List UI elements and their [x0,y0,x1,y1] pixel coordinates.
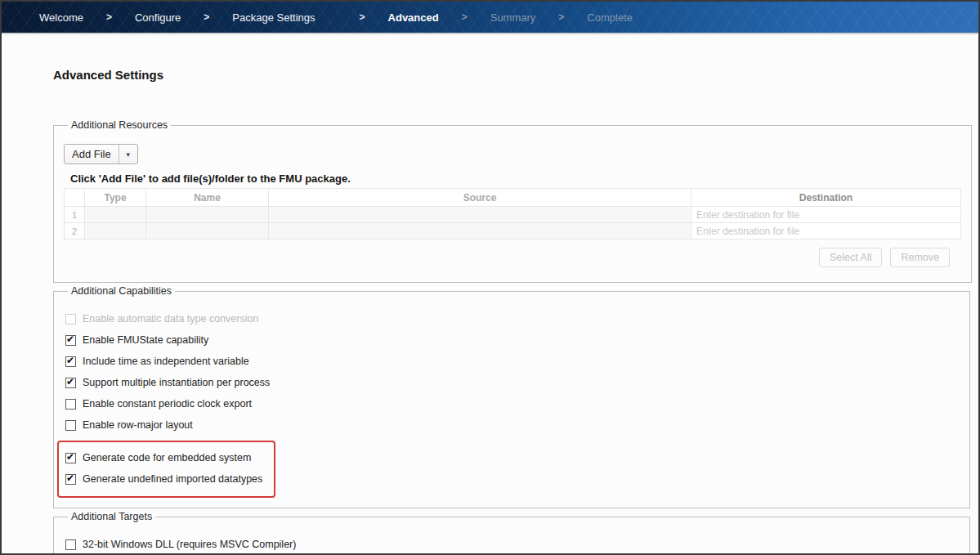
column-header-type: Type [85,189,146,207]
add-file-split-button[interactable]: Add File ▼ [64,144,138,164]
checkbox-row: Generate code for embedded system [65,452,262,463]
checkbox-auto-datatype-conversion [65,314,76,324]
breadcrumb-step-summary: Summary [490,11,536,24]
additional-targets-legend: Additional Targets [68,511,155,522]
chevron-separator-icon: > [106,11,112,23]
additional-resources-legend: Additional Resources [68,119,171,131]
checkbox-generate-embedded-code[interactable] [65,453,76,463]
row-number: 2 [65,223,85,239]
resources-table: Type Name Source Destination 1 Enter des… [64,188,961,239]
checkbox-generate-undefined-datatypes[interactable] [65,474,76,485]
checkbox-label: Enable automatic data type conversion [83,313,258,324]
checkbox-row: Support multiple instantiation per proce… [65,377,960,388]
column-header-index [65,189,85,207]
column-header-source: Source [269,189,691,207]
checkbox-row: 32-bit Windows DLL (requires MSVC Compil… [65,539,960,550]
checkbox-label: Enable constant periodic clock export [83,398,252,410]
column-header-destination: Destination [691,189,961,207]
source-cell [269,223,691,239]
checkbox-row: Enable automatic data type conversion [65,313,960,324]
chevron-separator-icon: > [360,11,365,23]
additional-capabilities-legend: Additional Capabilities [68,285,175,297]
table-row: 2 Enter destination for file [65,223,961,239]
breadcrumb-step-package-settings: Package Settings [232,11,315,24]
breadcrumb-step-welcome: Welcome [39,11,83,24]
additional-targets-section: Additional Targets 32-bit Windows DLL (r… [53,511,970,555]
checkbox-label: Enable FMUState capability [83,334,208,346]
additional-resources-section: Additional Resources Add File ▼ Click 'A… [53,119,972,283]
chevron-separator-icon: > [462,11,468,23]
checkbox-label: Support multiple instantiation per proce… [83,377,270,388]
additional-capabilities-section: Additional Capabilities Enable automatic… [53,285,970,508]
checkbox-fmustate-capability[interactable] [65,335,76,346]
checkbox-32bit-windows-dll[interactable] [65,539,76,550]
breadcrumb-step-complete: Complete [587,11,633,24]
chevron-separator-icon: > [204,11,209,23]
checkbox-row: Enable row-major layout [65,419,960,431]
breadcrumb-step-advanced: Advanced [388,11,439,24]
checkbox-row-major-layout[interactable] [65,420,76,431]
checkbox-row: Enable FMUState capability [65,334,960,346]
checkbox-label: Enable row-major layout [83,419,193,431]
destination-placeholder: Enter destination for file [696,209,799,221]
destination-input[interactable]: Enter destination for file [691,207,961,223]
source-cell [269,207,691,223]
checkbox-label: Include time as independent variable [83,356,249,367]
checkbox-time-independent-variable[interactable] [65,356,76,367]
breadcrumb: Welcome > Configure > Package Settings >… [2,2,978,34]
checkbox-multiple-instantiation[interactable] [65,378,76,388]
destination-input[interactable]: Enter destination for file [691,223,961,239]
add-file-dropdown-button[interactable]: ▼ [119,145,137,163]
type-cell [85,223,146,239]
type-cell [85,207,146,223]
checkbox-row: Enable constant periodic clock export [65,398,960,410]
table-row: 1 Enter destination for file [65,207,961,223]
destination-placeholder: Enter destination for file [696,226,799,237]
chevron-separator-icon: > [558,11,564,23]
name-cell [146,207,269,223]
checkbox-periodic-clock-export[interactable] [65,399,76,410]
checkbox-row: Include time as independent variable [65,356,960,367]
checkbox-row: Generate undefined imported datatypes [65,473,262,485]
add-file-instruction: Click 'Add File' to add file(s)/folder t… [70,172,961,185]
wizard-window: Welcome > Configure > Package Settings >… [0,0,980,555]
name-cell [146,223,269,239]
page-title: Advanced Settings [53,68,970,82]
breadcrumb-step-configure: Configure [135,11,181,24]
select-all-button[interactable]: Select All [819,248,882,267]
column-header-name: Name [146,189,269,207]
checkbox-label: Generate undefined imported datatypes [83,473,262,485]
resources-table-header-row: Type Name Source Destination [65,189,961,207]
checkbox-label: Generate code for embedded system [83,452,251,463]
add-file-button[interactable]: Add File [65,145,119,163]
highlight-box: Generate code for embedded system Genera… [57,441,275,498]
remove-button[interactable]: Remove [890,248,950,267]
row-number: 1 [65,207,85,223]
chevron-down-icon: ▼ [125,151,132,159]
checkbox-label: 32-bit Windows DLL (requires MSVC Compil… [83,539,296,550]
